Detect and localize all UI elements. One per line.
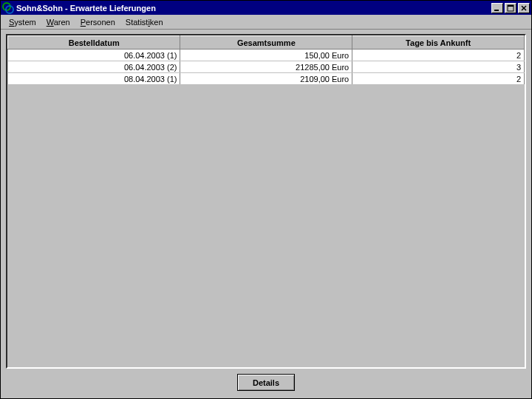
close-button[interactable]: [518, 3, 530, 13]
cell-days: 2: [352, 50, 525, 61]
titlebar: Sohn&Sohn - Erwartete Lieferungen: [1, 1, 531, 15]
app-icon: [2, 2, 14, 14]
menu-personen[interactable]: Personen: [75, 16, 120, 28]
cell-days: 3: [352, 61, 525, 73]
cell-days: 2: [352, 73, 525, 85]
table-row[interactable]: 06.04.2003 (2)21285,00 Euro3: [8, 61, 525, 73]
details-button[interactable]: Details: [237, 374, 295, 391]
client-area: Bestelldatum Gesamtsumme Tage bis Ankunf…: [1, 30, 531, 398]
menu-system[interactable]: System: [4, 16, 41, 28]
maximize-button[interactable]: [505, 3, 516, 13]
cell-sum: 21285,00 Euro: [180, 61, 352, 73]
table-row[interactable]: 08.04.2003 (1)2109,00 Euro2: [8, 73, 525, 85]
button-row: Details: [6, 369, 526, 394]
cell-date: 08.04.2003 (1): [8, 73, 180, 85]
cell-date: 06.04.2003 (2): [8, 61, 180, 73]
col-header-sum[interactable]: Gesamtsumme: [180, 36, 352, 50]
deliveries-table: Bestelldatum Gesamtsumme Tage bis Ankunf…: [7, 35, 525, 85]
table-header-row: Bestelldatum Gesamtsumme Tage bis Ankunf…: [8, 36, 525, 50]
menu-waren[interactable]: Waren: [41, 16, 75, 28]
window-frame: Sohn&Sohn - Erwartete Lieferungen System…: [0, 0, 532, 399]
window-controls: [490, 3, 530, 13]
cell-date: 06.04.2003 (1): [8, 50, 180, 61]
cell-sum: 150,00 Euro: [180, 50, 352, 61]
col-header-date[interactable]: Bestelldatum: [8, 36, 180, 50]
menubar: SystemWarenPersonenStatistiken: [1, 15, 531, 30]
minimize-button[interactable]: [491, 3, 503, 13]
window-title: Sohn&Sohn - Erwartete Lieferungen: [16, 4, 490, 13]
table-container: Bestelldatum Gesamtsumme Tage bis Ankunf…: [6, 34, 526, 369]
cell-sum: 2109,00 Euro: [180, 73, 352, 85]
svg-rect-2: [494, 10, 499, 11]
table-row[interactable]: 06.04.2003 (1)150,00 Euro2: [8, 50, 525, 61]
menu-statistiken[interactable]: Statistiken: [120, 16, 168, 28]
col-header-days[interactable]: Tage bis Ankunft: [352, 36, 525, 50]
svg-rect-4: [508, 5, 514, 7]
